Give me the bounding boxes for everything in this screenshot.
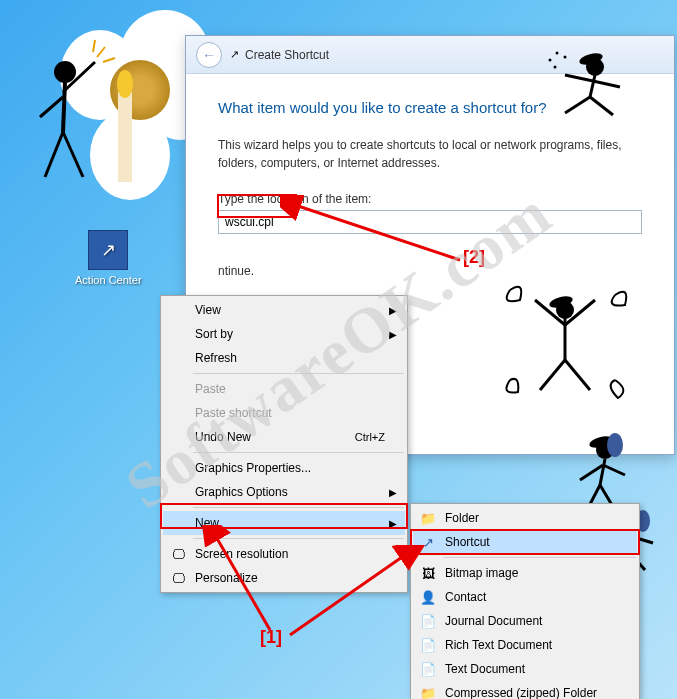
menu-separator <box>443 557 636 558</box>
new-submenu: 📁Folder ↗Shortcut 🖼Bitmap image 👤Contact… <box>410 503 640 699</box>
svg-point-19 <box>556 52 559 55</box>
svg-line-5 <box>40 97 63 117</box>
menu-item-graphics-options[interactable]: Graphics Options▶ <box>163 480 405 504</box>
stick-figure-runner <box>535 45 655 125</box>
menu-item-screen-resolution[interactable]: 🖵Screen resolution <box>163 542 405 566</box>
journal-icon: 📄 <box>419 612 437 630</box>
submenu-item-text[interactable]: 📄Text Document <box>413 657 637 681</box>
text-icon: 📄 <box>419 660 437 678</box>
stick-figure-candle <box>35 22 165 202</box>
shortcut-glyph-icon: ↗ <box>230 48 239 61</box>
location-input-label: Type the location of the item: <box>218 192 642 206</box>
svg-line-34 <box>603 465 625 475</box>
menu-item-undo[interactable]: Undo NewCtrl+Z <box>163 425 405 449</box>
submenu-arrow-icon: ▶ <box>389 329 397 340</box>
desktop-icon-label: Action Center <box>75 274 142 286</box>
personalize-icon: 🖵 <box>169 569 187 587</box>
svg-line-13 <box>590 75 595 97</box>
svg-point-18 <box>549 59 552 62</box>
svg-line-8 <box>97 47 105 57</box>
annotation-label-1: [1] <box>260 627 282 648</box>
submenu-arrow-icon: ▶ <box>389 518 397 529</box>
submenu-item-contact[interactable]: 👤Contact <box>413 585 637 609</box>
shortcut-icon: ↗ <box>88 230 128 270</box>
svg-line-28 <box>565 360 590 390</box>
menu-item-personalize[interactable]: 🖵Personalize <box>163 566 405 590</box>
menu-item-sort-by[interactable]: Sort by▶ <box>163 322 405 346</box>
submenu-arrow-icon: ▶ <box>389 487 397 498</box>
submenu-item-zip[interactable]: 📁Compressed (zipped) Folder <box>413 681 637 699</box>
submenu-item-journal[interactable]: 📄Journal Document <box>413 609 637 633</box>
menu-item-refresh[interactable]: Refresh <box>163 346 405 370</box>
rtf-icon: 📄 <box>419 636 437 654</box>
contact-icon: 👤 <box>419 588 437 606</box>
svg-line-7 <box>63 132 83 177</box>
svg-line-27 <box>540 360 565 390</box>
desktop-context-menu: View▶ Sort by▶ Refresh Paste Paste short… <box>160 295 408 593</box>
svg-point-1 <box>117 70 133 98</box>
menu-separator <box>193 373 404 374</box>
menu-separator <box>193 452 404 453</box>
svg-line-6 <box>45 132 63 177</box>
shortcut-key: Ctrl+Z <box>355 431 385 443</box>
menu-item-view[interactable]: View▶ <box>163 298 405 322</box>
menu-separator <box>193 538 404 539</box>
back-button[interactable]: ← <box>196 42 222 68</box>
svg-line-33 <box>580 465 603 480</box>
monitor-icon: 🖵 <box>169 545 187 563</box>
shortcut-icon: ↗ <box>419 533 437 551</box>
svg-line-14 <box>565 75 593 81</box>
desktop-shortcut-action-center[interactable]: ↗ Action Center <box>75 230 142 286</box>
svg-point-2 <box>54 61 76 83</box>
menu-item-paste-shortcut: Paste shortcut <box>163 401 405 425</box>
submenu-arrow-icon: ▶ <box>389 305 397 316</box>
svg-line-10 <box>103 58 115 62</box>
wizard-description: This wizard helps you to create shortcut… <box>218 136 642 172</box>
svg-line-17 <box>590 97 613 115</box>
svg-point-20 <box>564 56 567 59</box>
svg-line-15 <box>593 81 620 87</box>
submenu-item-rtf[interactable]: 📄Rich Text Document <box>413 633 637 657</box>
bitmap-icon: 🖼 <box>419 564 437 582</box>
submenu-item-shortcut[interactable]: ↗Shortcut <box>413 530 637 554</box>
svg-point-31 <box>607 433 623 457</box>
folder-icon: 📁 <box>419 509 437 527</box>
menu-item-new[interactable]: New▶ <box>163 511 405 535</box>
submenu-item-bitmap[interactable]: 🖼Bitmap image <box>413 561 637 585</box>
annotation-label-2: [2] <box>463 247 485 268</box>
zip-icon: 📁 <box>419 684 437 699</box>
submenu-item-folder[interactable]: 📁Folder <box>413 506 637 530</box>
svg-point-21 <box>554 66 557 69</box>
menu-separator <box>193 507 404 508</box>
menu-item-graphics-properties[interactable]: Graphics Properties... <box>163 456 405 480</box>
svg-line-16 <box>565 97 590 113</box>
stick-figure-dancer <box>490 270 640 420</box>
location-input[interactable] <box>218 210 642 234</box>
menu-item-paste: Paste <box>163 377 405 401</box>
wizard-title: Create Shortcut <box>245 48 329 62</box>
svg-line-32 <box>600 459 605 485</box>
svg-line-9 <box>93 40 95 52</box>
